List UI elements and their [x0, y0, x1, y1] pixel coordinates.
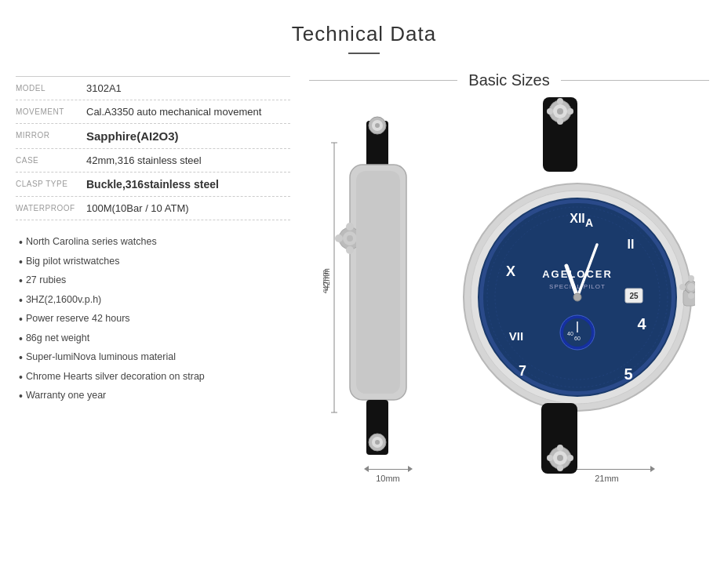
svg-point-7 [375, 123, 380, 128]
svg-point-13 [346, 246, 354, 254]
feature-item: • 27 rubies [19, 271, 290, 291]
bullet-icon: • [19, 368, 23, 387]
feature-item: • Warranty one year [19, 387, 290, 406]
feature-text: Super-lumiNova luminous material [26, 348, 176, 366]
spec-row-waterproof: WATERPROOF 100M(10Bar / 10 ATM) [16, 197, 290, 220]
header: Technical Data [0, 0, 728, 60]
svg-point-29 [567, 108, 573, 114]
feature-text: 86g net weight [26, 329, 89, 347]
header-divider [348, 53, 380, 54]
spec-value-movement: Cal.A3350 auto mechanical movement [86, 106, 290, 118]
feature-text: North Carolina series watches [26, 233, 157, 251]
svg-point-58 [687, 283, 695, 291]
bullet-icon: • [19, 252, 23, 272]
svg-text:VII: VII [509, 329, 523, 343]
right-column: Basic Sizes 42mm [298, 68, 720, 483]
svg-point-11 [347, 235, 353, 242]
spec-label-waterproof: WATERPROOF [16, 202, 86, 213]
svg-point-61 [679, 284, 686, 290]
svg-text:SPECIAL PILOT: SPECIAL PILOT [549, 283, 606, 290]
svg-point-60 [688, 292, 694, 299]
feature-text: 3HZ(2,1600v.p.h) [26, 291, 101, 309]
spec-label-mirror: MIRROR [16, 129, 86, 140]
svg-point-67 [557, 445, 563, 451]
feature-item: • 86g net weight [19, 329, 290, 349]
left-column: MODEL 3102A1 MOVEMENT Cal.A3350 auto mec… [8, 68, 298, 483]
svg-point-66 [557, 455, 563, 461]
svg-point-25 [557, 108, 563, 114]
bullet-icon: • [19, 310, 23, 329]
svg-point-26 [557, 98, 563, 104]
spec-value-mirror: Sapphire(AI2O3) [86, 129, 290, 143]
features-list: • North Carolina series watches • Big pi… [16, 233, 290, 406]
feature-item: • Super-lumiNova luminous material [19, 348, 290, 368]
spec-label-movement: MOVEMENT [16, 106, 86, 116]
svg-rect-16 [356, 171, 400, 394]
feature-item: • Big pilot wristwatches [19, 252, 290, 272]
specs-table: MODEL 3102A1 MOVEMENT Cal.A3350 auto mec… [16, 76, 290, 220]
feature-text: Chrome Hearts silver decoration on strap [26, 368, 205, 386]
spec-row-model: MODEL 3102A1 [16, 77, 290, 100]
spec-label-clasp: CLASP TYPE [16, 178, 86, 188]
svg-point-14 [335, 234, 343, 242]
spec-value-case: 42mm,316 stainless steel [86, 154, 290, 166]
svg-point-59 [688, 275, 694, 282]
svg-text:40: 40 [567, 331, 573, 336]
svg-text:II: II [628, 238, 635, 251]
feature-power-reserve: • Power reserve 42 hours [19, 310, 290, 329]
feature-text: Warranty one year [26, 387, 106, 405]
spec-value-waterproof: 100M(10Bar / 10 ATM) [86, 202, 290, 214]
feature-item: • 3HZ(2,1600v.p.h) [19, 291, 290, 311]
svg-text:4: 4 [637, 315, 646, 332]
spec-row-case: CASE 42mm,316 stainless steel [16, 149, 290, 173]
bullet-icon: • [19, 291, 23, 311]
svg-text:AGELOCER: AGELOCER [542, 268, 613, 280]
svg-point-12 [346, 223, 354, 231]
bullet-icon: • [19, 348, 23, 368]
page-title: Technical Data [0, 22, 728, 46]
spec-row-mirror: MIRROR Sapphire(AI2O3) [16, 124, 290, 149]
feature-item: • North Carolina series watches [19, 233, 290, 252]
spec-value-clasp: Buckle,316stainless steel [86, 178, 290, 191]
svg-text:XII: XII [570, 212, 585, 225]
page-container: Technical Data MODEL 3102A1 MOVEMENT Cal… [0, 0, 728, 574]
side-watch-svg: 42mm [323, 105, 449, 481]
bullet-icon: • [19, 271, 23, 291]
svg-text:7: 7 [519, 363, 526, 379]
svg-text:A: A [585, 216, 593, 229]
basic-sizes-line-left [309, 80, 457, 81]
bullet-icon: • [19, 233, 23, 252]
feature-text: Big pilot wristwatches [26, 252, 120, 271]
svg-text:42mm: 42mm [323, 268, 331, 290]
bullet-icon: • [19, 329, 23, 349]
watch-images-area: 42mm [298, 97, 720, 481]
spec-row-movement: MOVEMENT Cal.A3350 auto mechanical movem… [16, 100, 290, 124]
svg-point-20 [375, 440, 380, 445]
spec-label-case: CASE [16, 154, 86, 165]
feature-text: 27 rubies [26, 271, 66, 289]
front-watch-svg: XII X VII 7 4 5 II A AGELOCER [460, 97, 695, 481]
svg-point-55 [573, 293, 581, 301]
basic-sizes-title: Basic Sizes [468, 71, 549, 89]
svg-text:60: 60 [574, 336, 581, 341]
basic-sizes-line-right [561, 80, 709, 81]
bullet-icon: • [19, 387, 23, 406]
svg-text:25: 25 [629, 292, 639, 300]
spec-row-clasp: CLASP TYPE Buckle,316stainless steel [16, 173, 290, 197]
svg-point-70 [567, 455, 573, 461]
spec-label-model: MODEL [16, 82, 86, 93]
svg-point-28 [547, 108, 553, 114]
svg-point-27 [557, 118, 563, 125]
feature-text: Power reserve 42 hours [26, 310, 130, 328]
svg-text:X: X [506, 263, 515, 279]
svg-text:5: 5 [624, 365, 632, 383]
basic-sizes-header: Basic Sizes [298, 71, 720, 89]
feature-item: • Chrome Hearts silver decoration on str… [19, 368, 290, 387]
spec-value-model: 3102A1 [86, 82, 290, 94]
svg-point-69 [547, 455, 553, 461]
main-layout: MODEL 3102A1 MOVEMENT Cal.A3350 auto mec… [0, 68, 728, 483]
svg-point-68 [557, 465, 563, 471]
